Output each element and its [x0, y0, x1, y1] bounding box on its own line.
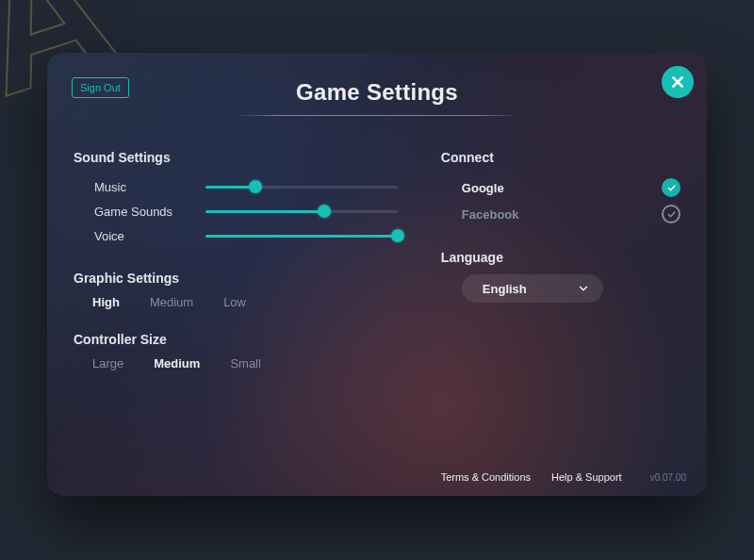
title-block: Game Settings — [236, 74, 518, 116]
controller-option-large[interactable]: Large — [92, 356, 123, 371]
settings-modal: Sign Out Game Settings Sound Settings Mu… — [47, 53, 707, 496]
sound-sliders: MusicGame SoundsVoice — [74, 174, 398, 248]
connect-items: GoogleFacebook — [441, 174, 680, 227]
sound-label: Voice — [94, 229, 205, 243]
sound-label: Music — [94, 180, 205, 194]
sound-label: Game Sounds — [94, 205, 205, 219]
sound-row: Game Sounds — [74, 199, 398, 223]
connect-toggle-google[interactable] — [662, 178, 680, 197]
controller-option-small[interactable]: Small — [230, 356, 261, 371]
sound-row: Voice — [74, 223, 398, 248]
connect-toggle-facebook[interactable] — [662, 205, 680, 223]
controller-option-medium[interactable]: Medium — [154, 356, 200, 371]
right-column: Connect GoogleFacebook Language English — [435, 150, 680, 371]
sound-slider-voice[interactable] — [205, 226, 398, 245]
connect-row: Facebook — [441, 201, 680, 227]
connect-label-google: Google — [462, 181, 662, 195]
close-button[interactable] — [662, 66, 694, 98]
sound-heading: Sound Settings — [74, 150, 398, 165]
language-select[interactable]: English — [462, 274, 603, 303]
check-icon — [666, 209, 677, 220]
graphic-options: HighMediumLow — [74, 295, 398, 309]
language-heading: Language — [441, 250, 680, 265]
sign-out-button[interactable]: Sign Out — [72, 77, 129, 98]
version-label: v0.07.00 — [650, 472, 686, 483]
graphic-heading: Graphic Settings — [74, 271, 398, 286]
page-title: Game Settings — [236, 79, 518, 106]
connect-label-facebook: Facebook — [462, 207, 662, 222]
connect-heading: Connect — [441, 150, 680, 165]
sound-slider-music[interactable] — [205, 177, 398, 196]
graphic-option-low[interactable]: Low — [223, 295, 246, 309]
sound-row: Music — [74, 174, 398, 199]
chevron-down-icon — [577, 282, 590, 295]
close-icon — [670, 74, 685, 90]
controller-options: LargeMediumSmall — [74, 356, 398, 371]
left-column: Sound Settings MusicGame SoundsVoice Gra… — [74, 150, 398, 371]
language-value: English — [483, 282, 527, 296]
terms-link[interactable]: Terms & Conditions — [441, 471, 531, 483]
footer: Terms & Conditions Help & Support v0.07.… — [441, 471, 686, 483]
check-icon — [666, 183, 677, 193]
graphic-option-medium[interactable]: Medium — [150, 295, 193, 309]
sound-slider-game sounds[interactable] — [205, 202, 398, 221]
connect-row: Google — [441, 174, 680, 201]
title-underline — [236, 115, 518, 116]
graphic-option-high[interactable]: High — [92, 295, 120, 309]
help-link[interactable]: Help & Support — [551, 471, 622, 483]
controller-heading: Controller Size — [74, 332, 398, 347]
